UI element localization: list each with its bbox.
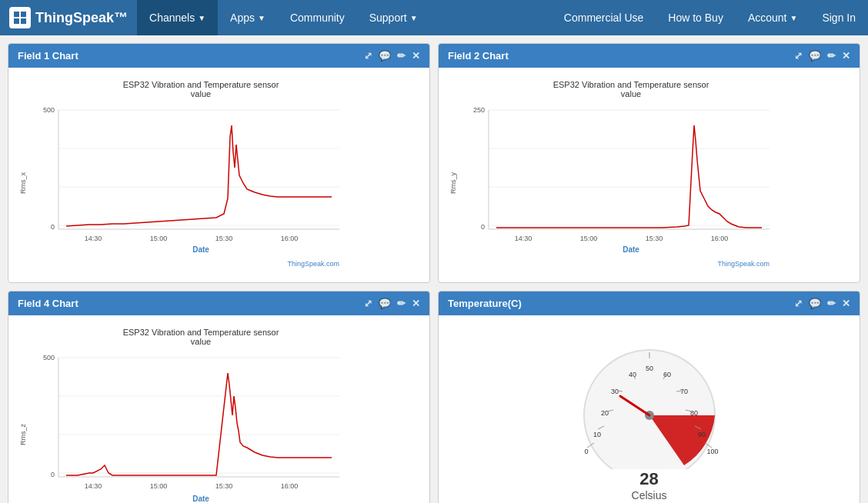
svg-text:500: 500: [43, 106, 55, 114]
field4-comment-icon[interactable]: 💬: [379, 298, 391, 309]
svg-text:16:00: 16:00: [281, 235, 299, 242]
svg-text:15:30: 15:30: [215, 235, 233, 242]
field2-body: ESP32 Vibration and Temperature sensor v…: [439, 68, 860, 282]
logo-icon: [9, 7, 31, 28]
svg-text:value: value: [621, 89, 641, 98]
svg-text:30: 30: [610, 388, 618, 395]
field1-card: Field 1 Chart ⤢ 💬 ✏ ✕ ESP32 Vibration an…: [8, 43, 430, 283]
nav-account[interactable]: Account ▼: [736, 0, 810, 35]
field4-expand-icon[interactable]: ⤢: [364, 298, 372, 309]
account-caret-icon: ▼: [790, 14, 798, 22]
apps-caret-icon: ▼: [258, 14, 265, 22]
svg-text:500: 500: [43, 354, 55, 361]
temperature-expand-icon[interactable]: ⤢: [794, 298, 803, 309]
svg-text:Rms_x: Rms_x: [19, 172, 27, 195]
field1-expand-icon[interactable]: ⤢: [364, 50, 372, 62]
svg-text:250: 250: [473, 106, 485, 114]
svg-text:10: 10: [593, 431, 600, 438]
svg-text:0: 0: [51, 471, 55, 478]
gauge-svg: 0 10 20 30 40 50 60 70 80 90 1: [565, 331, 734, 469]
field4-title: Field 4 Chart: [18, 298, 364, 309]
field1-chart: ESP32 Vibration and Temperature sensor v…: [16, 75, 355, 271]
svg-rect-3: [21, 18, 26, 24]
svg-text:14:30: 14:30: [85, 235, 102, 242]
field4-icons: ⤢ 💬 ✏ ✕: [364, 298, 420, 309]
nav-how-to-buy[interactable]: How to Buy: [656, 0, 736, 35]
svg-text:Date: Date: [192, 245, 209, 254]
nav-commercial[interactable]: Commercial Use: [552, 0, 656, 35]
svg-text:16:00: 16:00: [281, 482, 299, 490]
field2-title: Field 2 Chart: [448, 50, 794, 62]
field2-close-icon[interactable]: ✕: [842, 50, 850, 62]
temperature-edit-icon[interactable]: ✏: [827, 298, 836, 309]
svg-text:0: 0: [481, 223, 485, 231]
svg-text:70: 70: [679, 388, 687, 395]
dashboard: Field 1 Chart ⤢ 💬 ✏ ✕ ESP32 Vibration an…: [0, 35, 868, 503]
logo-text: ThingSpeak™: [35, 10, 128, 26]
temperature-icons: ⤢ 💬 ✏ ✕: [794, 298, 850, 309]
field4-body: ESP32 Vibration and Temperature sensor v…: [8, 315, 429, 503]
svg-text:ESP32 Vibration and Temperatur: ESP32 Vibration and Temperature sensor: [553, 80, 709, 89]
field4-edit-icon[interactable]: ✏: [397, 298, 406, 309]
channels-caret-icon: ▼: [198, 14, 205, 22]
nav-sign-in[interactable]: Sign In: [810, 0, 868, 35]
svg-text:0: 0: [584, 448, 588, 455]
svg-text:ThingSpeak.com: ThingSpeak.com: [287, 260, 339, 268]
svg-text:80: 80: [689, 409, 697, 417]
svg-text:ThingSpeak.com: ThingSpeak.com: [717, 260, 770, 268]
nav-channels[interactable]: Channels ▼: [137, 0, 218, 35]
field2-expand-icon[interactable]: ⤢: [794, 50, 803, 62]
svg-text:14:30: 14:30: [85, 482, 102, 490]
svg-text:100: 100: [706, 448, 718, 455]
svg-rect-0: [14, 12, 19, 17]
field1-edit-icon[interactable]: ✏: [397, 50, 406, 62]
field1-header: Field 1 Chart ⤢ 💬 ✏ ✕: [8, 44, 429, 68]
field2-header: Field 2 Chart ⤢ 💬 ✏ ✕: [439, 44, 860, 68]
svg-text:Rms_z: Rms_z: [19, 424, 27, 446]
field4-chart: ESP32 Vibration and Temperature sensor v…: [16, 323, 355, 503]
field1-icons: ⤢ 💬 ✏ ✕: [364, 50, 420, 62]
nav-support[interactable]: Support ▼: [357, 0, 430, 35]
svg-rect-1: [21, 12, 26, 17]
svg-text:50: 50: [645, 365, 653, 372]
support-caret-icon: ▼: [410, 14, 418, 22]
field2-chart: ESP32 Vibration and Temperature sensor v…: [446, 75, 785, 271]
gauge-unit: Celsius: [632, 489, 667, 501]
field2-comment-icon[interactable]: 💬: [809, 50, 821, 62]
nav-community[interactable]: Community: [278, 0, 357, 35]
svg-text:15:00: 15:00: [150, 482, 168, 490]
svg-text:20: 20: [600, 409, 608, 417]
svg-text:15:00: 15:00: [580, 235, 598, 242]
field1-comment-icon[interactable]: 💬: [379, 50, 391, 62]
temperature-card: Temperature(C) ⤢ 💬 ✏ ✕ 0 10 20: [438, 291, 860, 503]
gauge-container: 0 10 20 30 40 50 60 70 80 90 1: [439, 315, 860, 503]
field2-card: Field 2 Chart ⤢ 💬 ✏ ✕ ESP32 Vibration an…: [438, 43, 860, 283]
temperature-header: Temperature(C) ⤢ 💬 ✏ ✕: [439, 291, 860, 315]
temperature-comment-icon[interactable]: 💬: [809, 298, 821, 309]
field4-header: Field 4 Chart ⤢ 💬 ✏ ✕: [8, 291, 429, 315]
svg-rect-2: [14, 18, 19, 24]
nav-apps[interactable]: Apps ▼: [218, 0, 278, 35]
svg-text:value: value: [191, 337, 211, 346]
svg-text:16:00: 16:00: [711, 235, 729, 242]
svg-text:90: 90: [697, 431, 705, 438]
svg-text:15:30: 15:30: [215, 482, 233, 490]
field4-close-icon[interactable]: ✕: [412, 298, 420, 309]
svg-text:0: 0: [51, 223, 55, 231]
field1-close-icon[interactable]: ✕: [412, 50, 420, 62]
svg-text:Date: Date: [192, 495, 209, 503]
svg-text:Date: Date: [623, 245, 639, 254]
field2-icons: ⤢ 💬 ✏ ✕: [794, 50, 850, 62]
field4-card: Field 4 Chart ⤢ 💬 ✏ ✕ ESP32 Vibration an…: [8, 291, 430, 503]
temperature-close-icon[interactable]: ✕: [842, 298, 850, 309]
logo[interactable]: ThingSpeak™: [0, 0, 137, 35]
svg-text:14:30: 14:30: [515, 235, 532, 242]
svg-text:Rms_y: Rms_y: [449, 172, 457, 195]
svg-text:ESP32 Vibration and Temperatur: ESP32 Vibration and Temperature sensor: [123, 80, 279, 89]
field2-edit-icon[interactable]: ✏: [827, 50, 836, 62]
svg-text:ESP32 Vibration and Temperatur: ESP32 Vibration and Temperature sensor: [123, 328, 279, 337]
svg-text:15:00: 15:00: [150, 235, 168, 242]
svg-text:value: value: [191, 89, 211, 98]
temperature-title: Temperature(C): [448, 298, 794, 309]
gauge-value: 28: [639, 469, 658, 489]
